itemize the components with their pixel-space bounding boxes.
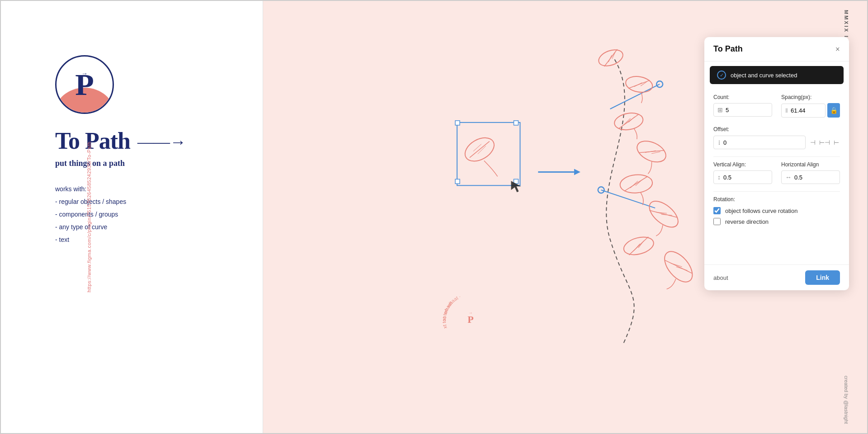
valign-arrow-icon: ↕ (717, 174, 721, 181)
svg-line-37 (649, 201, 677, 227)
valign-input[interactable] (723, 174, 768, 181)
valign-label: Vertical Align: (713, 161, 772, 168)
rotation-section: Rotation: object follows curve rotation … (713, 196, 840, 225)
svg-rect-2 (514, 121, 518, 125)
align-center-icon[interactable]: ⊢⊣ (818, 138, 831, 147)
svg-line-45 (665, 252, 692, 281)
count-group: Count: ⊞ (713, 94, 772, 118)
left-panel: https://www.figma.com/c/plugin/751576264… (1, 1, 263, 433)
app-frame: https://www.figma.com/c/plugin/751576264… (0, 0, 868, 434)
panel-footer: about Link (704, 264, 849, 290)
svg-line-39 (661, 209, 672, 220)
follows-rotation-label: object follows curve rotation (725, 208, 797, 214)
svg-line-46 (671, 259, 682, 271)
valign-group: Vertical Align: ↕ (713, 161, 772, 184)
panel-body: Count: ⊞ Spacing(px): ⦀ (704, 89, 849, 264)
checkbox-reverse-row: reverse direction (713, 218, 840, 225)
svg-line-41 (626, 237, 651, 255)
divider-2 (713, 191, 840, 192)
svg-rect-0 (457, 123, 520, 185)
follows-rotation-checkbox[interactable] (713, 207, 721, 214)
svg-line-33 (623, 177, 648, 191)
rotation-label: Rotation: (713, 196, 840, 203)
lock-button[interactable]: 🔒 (827, 103, 840, 118)
reverse-direction-checkbox[interactable] (713, 218, 721, 225)
svg-text:P: P (467, 314, 473, 325)
link-button[interactable]: Link (805, 270, 840, 285)
svg-marker-11 (574, 169, 580, 175)
halign-arrow-icon: ↔ (785, 174, 792, 181)
halign-label: Horizontal Align (781, 161, 840, 168)
count-label: Count: (713, 94, 772, 100)
spacing-input[interactable] (791, 107, 821, 114)
canvas-panel: MMXIX II created by @lastnight (263, 1, 867, 433)
reverse-direction-label: reverse direction (725, 218, 769, 225)
count-input-row: ⊞ (713, 103, 772, 117)
logo-arrow-small: → (81, 70, 88, 77)
valign-input-row: ↕ (713, 170, 772, 184)
status-text: object and curve selected (731, 72, 797, 79)
svg-line-31 (651, 149, 660, 157)
svg-line-15 (601, 190, 656, 208)
count-input[interactable] (726, 107, 768, 113)
title-row: To Path ——→ (55, 127, 186, 154)
svg-line-7 (473, 144, 481, 151)
logo-circle: → P (55, 55, 114, 114)
offset-input-row: ⫶ (713, 136, 806, 149)
spacing-group: Spacing(px): ⦀ 🔒 (781, 94, 840, 118)
close-button[interactable]: × (835, 45, 840, 53)
offset-input[interactable] (723, 139, 802, 146)
svg-text:→: → (468, 311, 472, 315)
svg-line-17 (600, 49, 621, 66)
plugin-panel: To Path × ✓ object and curve selected Co… (704, 37, 849, 290)
svg-line-25 (617, 114, 641, 128)
panel-title: To Path (713, 44, 743, 54)
url-text: https://www.figma.com/c/plugin/751576264… (86, 142, 92, 292)
align-left-icon[interactable]: ⊣ (809, 138, 816, 147)
about-text: about (713, 274, 728, 281)
svg-line-47 (676, 263, 688, 274)
halign-input-row: ↔ (781, 170, 840, 184)
offset-lines-icon: ⫶ (717, 139, 721, 146)
status-bar: ✓ object and curve selected (710, 66, 844, 84)
count-spacing-row: Count: ⊞ Spacing(px): ⦀ (713, 94, 840, 118)
main-title: To Path (55, 127, 130, 154)
svg-point-12 (656, 81, 663, 87)
svg-line-22 (634, 81, 642, 88)
halign-input[interactable] (794, 174, 836, 181)
offset-row: Offset: ⫶ ⊣ ⊢⊣ ⊢ (713, 125, 840, 149)
valign-halign-row: Vertical Align: ↕ Horizontal Align ↔ (713, 161, 840, 184)
spacing-input-row: ⦀ (781, 104, 826, 118)
svg-point-14 (598, 187, 604, 193)
svg-rect-1 (455, 121, 460, 125)
spacing-label: Spacing(px): (781, 94, 840, 100)
svg-line-38 (656, 208, 667, 218)
svg-line-19 (610, 52, 617, 59)
status-check-icon: ✓ (717, 71, 726, 80)
spacing-lines-icon: ⦀ (785, 107, 788, 114)
svg-line-26 (623, 118, 632, 125)
align-buttons: ⊣ ⊢⊣ ⊢ (809, 138, 840, 147)
align-right-icon[interactable]: ⊢ (833, 138, 840, 147)
checkbox-follows-row: object follows curve rotation (713, 207, 840, 214)
count-grid-icon: ⊞ (717, 106, 723, 113)
svg-line-18 (607, 55, 613, 62)
panel-header: To Path × (704, 37, 849, 61)
halign-group: Horizontal Align ↔ (781, 161, 840, 184)
svg-line-6 (470, 142, 490, 158)
divider-1 (713, 156, 840, 157)
svg-rect-3 (455, 179, 460, 184)
title-arrow-icon: ——→ (137, 132, 186, 151)
offset-label: Offset: (713, 126, 729, 132)
